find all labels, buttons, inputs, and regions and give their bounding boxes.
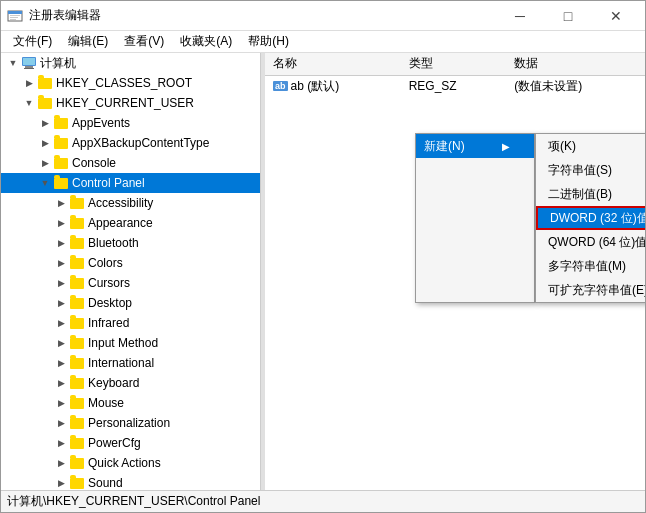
tree-expander-inputmethod[interactable]: ▶ — [53, 335, 69, 351]
tree-icon-bluetooth — [69, 235, 85, 251]
tree-expander-powercfg[interactable]: ▶ — [53, 435, 69, 451]
tree-item-appevents[interactable]: ▶AppEvents — [1, 113, 260, 133]
tree-item-cursors[interactable]: ▶Cursors — [1, 273, 260, 293]
tree-item-controlpanel[interactable]: ▼Control Panel — [1, 173, 260, 193]
tree-item-hkcr[interactable]: ▶HKEY_CLASSES_ROOT — [1, 73, 260, 93]
submenu-item-item_multisz[interactable]: 多字符串值(M) — [536, 254, 645, 278]
tree-label-powercfg: PowerCfg — [88, 436, 141, 450]
tree-expander-controlpanel[interactable]: ▼ — [37, 175, 53, 191]
col-type: 类型 — [401, 53, 507, 75]
tree-expander-sound[interactable]: ▶ — [53, 475, 69, 490]
submenu-item-item_dword[interactable]: DWORD (32 位)值(D) — [536, 206, 645, 230]
tree-item-quickactions[interactable]: ▶Quick Actions — [1, 453, 260, 473]
tree-expander-international[interactable]: ▶ — [53, 355, 69, 371]
tree-expander-accessibility[interactable]: ▶ — [53, 195, 69, 211]
tree-label-keyboard: Keyboard — [88, 376, 139, 390]
folder-icon-inner — [70, 418, 84, 429]
menu-item-e[interactable]: 编辑(E) — [60, 31, 116, 52]
tree-label-personalization: Personalization — [88, 416, 170, 430]
submenu-item-item_str[interactable]: 字符串值(S) — [536, 158, 645, 182]
tree-label-computer: 计算机 — [40, 55, 76, 72]
folder-icon-inner — [54, 138, 68, 149]
tree-item-powercfg[interactable]: ▶PowerCfg — [1, 433, 260, 453]
tree-item-sound[interactable]: ▶Sound — [1, 473, 260, 490]
minimize-button[interactable]: ─ — [497, 2, 543, 30]
menu-item-a[interactable]: 收藏夹(A) — [172, 31, 240, 52]
tree-expander-personalization[interactable]: ▶ — [53, 415, 69, 431]
folder-icon-inner — [70, 398, 84, 409]
maximize-button[interactable]: □ — [545, 2, 591, 30]
tree-expander-desktop[interactable]: ▶ — [53, 295, 69, 311]
app-icon — [7, 8, 23, 24]
tree-item-accessibility[interactable]: ▶Accessibility — [1, 193, 260, 213]
tree-icon-computer — [21, 55, 37, 71]
folder-icon-inner — [70, 198, 84, 209]
cell-name: ab ab (默认) — [265, 75, 401, 97]
folder-icon-inner — [70, 478, 84, 489]
folder-icon-inner — [70, 438, 84, 449]
menu-item-f[interactable]: 文件(F) — [5, 31, 60, 52]
menu-item-h[interactable]: 帮助(H) — [240, 31, 297, 52]
tree-item-desktop[interactable]: ▶Desktop — [1, 293, 260, 313]
menu-item-v[interactable]: 查看(V) — [116, 31, 172, 52]
tree-expander-hkcr[interactable]: ▶ — [21, 75, 37, 91]
tree-item-infrared[interactable]: ▶Infrared — [1, 313, 260, 333]
close-button[interactable]: ✕ — [593, 2, 639, 30]
tree-expander-appxbackup[interactable]: ▶ — [37, 135, 53, 151]
tree-item-console[interactable]: ▶Console — [1, 153, 260, 173]
submenu-item-item_key[interactable]: 项(K) — [536, 134, 645, 158]
submenu-item-item_expandsz[interactable]: 可扩充字符串值(E) — [536, 278, 645, 302]
table-row[interactable]: ab ab (默认) REG_SZ(数值未设置) — [265, 75, 645, 97]
folder-icon-inner — [38, 98, 52, 109]
tree-icon-controlpanel — [53, 175, 69, 191]
tree-expander-quickactions[interactable]: ▶ — [53, 455, 69, 471]
context-menu-new[interactable]: 新建(N) ▶ — [416, 134, 534, 158]
tree-icon-cursors — [69, 275, 85, 291]
tree-expander-computer[interactable]: ▼ — [5, 55, 21, 71]
tree-label-accessibility: Accessibility — [88, 196, 153, 210]
registry-data-pane: 名称 类型 数据 ab ab (默认) REG_SZ(数值未设置) 新建(N) … — [265, 53, 645, 490]
tree-expander-bluetooth[interactable]: ▶ — [53, 235, 69, 251]
submenu-item-item_qword[interactable]: QWORD (64 位)值(Q) — [536, 230, 645, 254]
tree-icon-colors — [69, 255, 85, 271]
tree-expander-colors[interactable]: ▶ — [53, 255, 69, 271]
submenu-item-item_bin[interactable]: 二进制值(B) — [536, 182, 645, 206]
tree-expander-keyboard[interactable]: ▶ — [53, 375, 69, 391]
tree-icon-accessibility — [69, 195, 85, 211]
tree-expander-appearance[interactable]: ▶ — [53, 215, 69, 231]
tree-label-sound: Sound — [88, 476, 123, 490]
tree-item-personalization[interactable]: ▶Personalization — [1, 413, 260, 433]
tree-item-bluetooth[interactable]: ▶Bluetooth — [1, 233, 260, 253]
tree-label-hkcr: HKEY_CLASSES_ROOT — [56, 76, 192, 90]
tree-item-computer[interactable]: ▼ 计算机 — [1, 53, 260, 73]
tree-item-international[interactable]: ▶International — [1, 353, 260, 373]
registry-tree[interactable]: ▼ 计算机▶HKEY_CLASSES_ROOT▼HKEY_CURRENT_USE… — [1, 53, 261, 490]
tree-label-appxbackup: AppXBackupContentType — [72, 136, 209, 150]
submenu: 项(K)字符串值(S)二进制值(B)DWORD (32 位)值(D)QWORD … — [535, 133, 645, 303]
tree-expander-cursors[interactable]: ▶ — [53, 275, 69, 291]
tree-label-infrared: Infrared — [88, 316, 129, 330]
registry-data-table: 名称 类型 数据 ab ab (默认) REG_SZ(数值未设置) — [265, 53, 645, 97]
tree-item-mouse[interactable]: ▶Mouse — [1, 393, 260, 413]
tree-expander-infrared[interactable]: ▶ — [53, 315, 69, 331]
window-controls: ─ □ ✕ — [497, 2, 639, 30]
tree-item-appearance[interactable]: ▶Appearance — [1, 213, 260, 233]
folder-icon-inner — [54, 158, 68, 169]
tree-icon-appevents — [53, 115, 69, 131]
tree-item-appxbackup[interactable]: ▶AppXBackupContentType — [1, 133, 260, 153]
tree-item-colors[interactable]: ▶Colors — [1, 253, 260, 273]
tree-icon-personalization — [69, 415, 85, 431]
cell-name-text: ab (默认) — [291, 78, 340, 95]
tree-expander-console[interactable]: ▶ — [37, 155, 53, 171]
tree-item-hkcu[interactable]: ▼HKEY_CURRENT_USER — [1, 93, 260, 113]
folder-icon-inner — [70, 218, 84, 229]
folder-icon-inner — [70, 338, 84, 349]
folder-icon-inner — [70, 258, 84, 269]
title-bar: 注册表编辑器 ─ □ ✕ — [1, 1, 645, 31]
tree-expander-mouse[interactable]: ▶ — [53, 395, 69, 411]
tree-item-inputmethod[interactable]: ▶Input Method — [1, 333, 260, 353]
folder-icon-inner — [54, 178, 68, 189]
tree-item-keyboard[interactable]: ▶Keyboard — [1, 373, 260, 393]
tree-expander-appevents[interactable]: ▶ — [37, 115, 53, 131]
tree-expander-hkcu[interactable]: ▼ — [21, 95, 37, 111]
